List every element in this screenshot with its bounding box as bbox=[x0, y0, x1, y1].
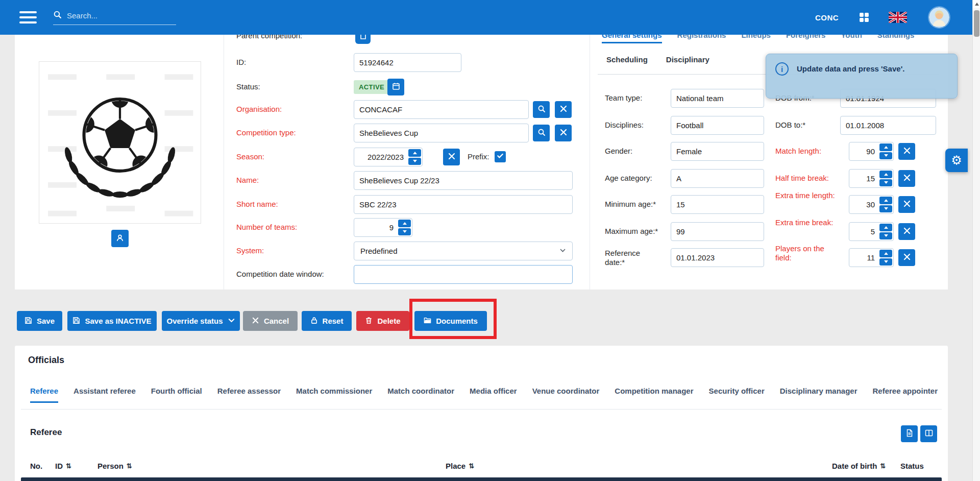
documents-button[interactable]: Documents bbox=[414, 311, 487, 331]
spinner-down-icon[interactable] bbox=[879, 179, 892, 187]
season-clear-button[interactable] bbox=[443, 149, 460, 165]
close-icon bbox=[903, 253, 911, 262]
column-header-no: No. bbox=[30, 462, 55, 470]
search-icon bbox=[537, 128, 546, 138]
search-input[interactable] bbox=[67, 11, 176, 20]
save-button[interactable]: Save bbox=[17, 311, 62, 331]
tab-match-coordinator[interactable]: Match coordinator bbox=[387, 387, 454, 403]
spinner-up-icon[interactable] bbox=[398, 220, 411, 227]
save-as-inactive-button[interactable]: Save as INACTIVE bbox=[67, 311, 157, 331]
column-header-person[interactable]: Person⇅ bbox=[97, 462, 446, 470]
prefix-checkbox[interactable] bbox=[495, 151, 506, 162]
spinner-up-icon[interactable] bbox=[879, 250, 892, 257]
user-avatar[interactable] bbox=[929, 7, 949, 28]
extra-time-length-clear-button[interactable] bbox=[898, 196, 915, 213]
tab-competition-manager[interactable]: Competition manager bbox=[615, 387, 693, 403]
tab-referee[interactable]: Referee bbox=[30, 387, 58, 403]
half-time-break-clear-button[interactable] bbox=[898, 170, 915, 187]
season-spinner bbox=[408, 149, 421, 165]
column-header-place[interactable]: Place⇅ bbox=[446, 462, 832, 470]
lock-icon bbox=[310, 317, 318, 326]
apps-grid-icon[interactable] bbox=[859, 12, 869, 22]
columns-settings-button[interactable] bbox=[920, 425, 937, 442]
hamburger-menu-icon[interactable] bbox=[19, 11, 37, 23]
language-flag-icon[interactable] bbox=[889, 12, 907, 23]
team-type-input[interactable] bbox=[671, 89, 764, 108]
system-select[interactable]: Predefined bbox=[354, 242, 573, 260]
tab-scheduling[interactable]: Scheduling bbox=[606, 55, 648, 64]
status-history-button[interactable] bbox=[387, 79, 404, 95]
spinner-down-icon[interactable] bbox=[398, 228, 411, 236]
tab-disciplinary[interactable]: Disciplinary bbox=[666, 55, 709, 64]
match-length-clear-button[interactable] bbox=[898, 143, 915, 160]
organisation-label: Organisation: bbox=[236, 105, 282, 114]
chevron-down-icon bbox=[559, 247, 566, 255]
spinner-down-icon[interactable] bbox=[408, 158, 421, 165]
save-as-inactive-label: Save as INACTIVE bbox=[85, 317, 151, 325]
age-category-input[interactable] bbox=[671, 169, 764, 188]
spinner-up-icon[interactable] bbox=[879, 224, 892, 231]
disciplines-label: Disciplines: bbox=[605, 121, 662, 130]
tab-disciplinary-manager[interactable]: Disciplinary manager bbox=[780, 387, 857, 403]
chevron-down-icon bbox=[228, 317, 235, 326]
column-header-dob[interactable]: Date of birth⇅ bbox=[832, 462, 900, 470]
calendar-icon bbox=[392, 82, 400, 92]
dob-to-input[interactable] bbox=[840, 116, 936, 135]
competition-type-input[interactable] bbox=[354, 124, 529, 142]
extra-time-break-clear-button[interactable] bbox=[898, 223, 915, 240]
organisation-input[interactable] bbox=[354, 100, 529, 119]
tab-assistant-referee[interactable]: Assistant referee bbox=[74, 387, 136, 403]
delete-button[interactable]: Delete bbox=[356, 311, 409, 331]
change-photo-button[interactable] bbox=[111, 230, 129, 247]
tab-fourth-official[interactable]: Fourth official bbox=[151, 387, 202, 403]
sort-icon[interactable]: ⇅ bbox=[880, 462, 886, 470]
scrollbar-thumb[interactable] bbox=[974, 10, 979, 37]
disciplines-input[interactable] bbox=[671, 116, 764, 135]
maximum-age-input[interactable] bbox=[671, 222, 764, 241]
reference-date-input[interactable] bbox=[671, 248, 764, 267]
tab-match-commissioner[interactable]: Match commissioner bbox=[296, 387, 372, 403]
spinner-up-icon[interactable] bbox=[408, 149, 421, 157]
tab-referee-appointer[interactable]: Referee appointer bbox=[872, 387, 938, 403]
organisation-clear-button[interactable] bbox=[555, 101, 572, 118]
spinner-down-icon[interactable] bbox=[879, 258, 892, 266]
settings-gear-button[interactable]: ⚙ bbox=[945, 149, 968, 172]
table-row[interactable] bbox=[21, 477, 942, 481]
gender-input[interactable] bbox=[671, 142, 764, 161]
sort-icon[interactable]: ⇅ bbox=[469, 462, 474, 470]
tab-media-officer[interactable]: Media officer bbox=[470, 387, 517, 403]
tab-referee-assessor[interactable]: Referee assessor bbox=[217, 387, 281, 403]
tab-venue-coordinator[interactable]: Venue coordinator bbox=[532, 387, 600, 403]
gender-label: Gender: bbox=[605, 147, 662, 156]
minimum-age-input[interactable] bbox=[671, 195, 764, 214]
reset-button[interactable]: Reset bbox=[302, 311, 352, 331]
competition-type-search-button[interactable] bbox=[533, 125, 550, 141]
spinner-down-icon[interactable] bbox=[879, 205, 892, 213]
competition-type-clear-button[interactable] bbox=[555, 125, 572, 141]
organisation-search-button[interactable] bbox=[533, 101, 550, 118]
referee-section-title: Referee bbox=[30, 427, 62, 438]
sort-icon[interactable]: ⇅ bbox=[66, 462, 71, 470]
competition-logo bbox=[39, 61, 201, 224]
spinner-up-icon[interactable] bbox=[879, 171, 892, 178]
override-status-button[interactable]: Override status bbox=[162, 311, 240, 331]
documents-button-label: Documents bbox=[436, 317, 478, 325]
info-icon bbox=[775, 62, 789, 76]
name-input[interactable] bbox=[354, 171, 573, 190]
spinner-down-icon[interactable] bbox=[879, 232, 892, 240]
dob-to-label: DOB to:* bbox=[775, 121, 838, 130]
scrollbar-up-arrow[interactable] bbox=[973, 0, 980, 8]
tab-security-officer[interactable]: Security officer bbox=[709, 387, 765, 403]
short-name-input[interactable] bbox=[354, 195, 573, 214]
players-on-field-clear-button[interactable] bbox=[898, 249, 915, 266]
gear-icon: ⚙ bbox=[951, 153, 962, 167]
spinner-down-icon[interactable] bbox=[879, 152, 892, 160]
sort-icon[interactable]: ⇅ bbox=[127, 462, 132, 470]
id-input[interactable] bbox=[354, 53, 461, 72]
export-report-button[interactable] bbox=[901, 425, 918, 442]
cancel-button[interactable]: Cancel bbox=[243, 311, 298, 331]
date-window-input[interactable] bbox=[354, 265, 573, 284]
column-header-id[interactable]: ID⇅ bbox=[55, 462, 97, 470]
spinner-up-icon[interactable] bbox=[879, 143, 892, 151]
spinner-up-icon[interactable] bbox=[879, 197, 892, 204]
